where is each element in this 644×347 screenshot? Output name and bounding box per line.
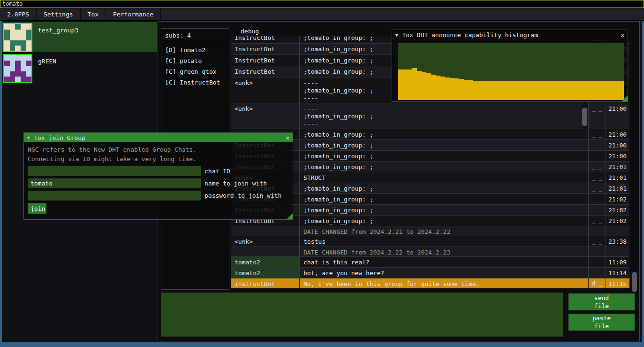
system-row[interactable]: DATE CHANGED from 2024.2.21 to 2024.2.22 (231, 226, 629, 236)
histogram-window: ▼ Tox DHT announce capability histogram … (392, 30, 628, 102)
chat-message-row[interactable]: tomato2chat is this real?_ _11:09 (231, 257, 629, 268)
menu-item-performance[interactable]: Performance (106, 8, 161, 20)
avatar-pixel (15, 71, 21, 77)
window-frame-bottom (0, 342, 644, 347)
avatar-pixel (26, 77, 31, 82)
join-input-password-to-join-with[interactable] (28, 191, 201, 200)
menu-item-settings[interactable]: Settings (37, 8, 81, 20)
histogram-bar (577, 81, 582, 100)
chat-message-row[interactable]: <unk>----;tomato_in_group: ;----_ _21:00 (231, 103, 629, 129)
histogram-bar (464, 80, 469, 100)
timestamp-cell: 11:14 (606, 268, 629, 278)
histogram-bar (412, 68, 417, 100)
histogram-bar (539, 81, 544, 100)
histogram-plot (398, 43, 624, 100)
histogram-window-titlebar[interactable]: ▼ Tox DHT announce capability histogram … (392, 30, 628, 40)
avatar-pixel (26, 24, 31, 30)
histogram-bar (436, 76, 440, 100)
subs-member[interactable]: [D] tomato2 (165, 45, 225, 55)
histogram-bar (553, 81, 558, 100)
message-cell: testus (299, 236, 588, 247)
subs-member[interactable]: [C] InstructBot (165, 77, 225, 88)
histogram-bar (431, 75, 436, 100)
system-row[interactable]: DATE CHANGED from 2024.2.22 to 2024.2.23 (231, 247, 629, 257)
histogram-bar (549, 81, 553, 100)
avatar-pixel (15, 35, 21, 40)
timestamp-cell: 21:00 (606, 103, 629, 129)
chat-message-row[interactable]: InstructBotNo, I've been in this group f… (231, 278, 629, 288)
receipt-cell: _ _ (588, 162, 606, 172)
os-titlebar[interactable]: tomato (0, 0, 644, 8)
histogram-bar (525, 81, 530, 100)
avatar-pixel (21, 55, 26, 61)
timestamp-cell (606, 247, 629, 256)
send-file-button[interactable]: send file (568, 293, 635, 310)
group-row-gREEN[interactable]: gREEN (2, 53, 157, 81)
avatar-pixel (21, 35, 26, 40)
join-button[interactable]: join (28, 203, 46, 214)
avatar-pixel (10, 77, 15, 82)
histogram-bar (483, 81, 487, 100)
sender-name-cell: InstructBot (231, 278, 299, 288)
histogram-bar (408, 69, 412, 100)
chat-message-row[interactable]: tomato2bot, are you new here?_ _11:14 (231, 268, 629, 278)
histogram-bar (544, 81, 548, 100)
message-line: ---- (303, 105, 585, 113)
history-scrollbar-thumb[interactable] (582, 108, 587, 126)
subs-member[interactable]: [C] green_qtox (165, 66, 225, 77)
histogram-bar (511, 81, 515, 100)
close-icon[interactable]: ✕ (286, 134, 289, 141)
timestamp-cell: 21:00 (606, 140, 629, 150)
avatar-pixel (21, 66, 26, 71)
chat-message-row[interactable]: <unk>testus_ _23:38 (231, 236, 629, 247)
avatar-pixel (4, 66, 10, 71)
avatar-pixel (4, 24, 10, 30)
join-window-titlebar[interactable]: ▼ Tox join Group ✕ (24, 133, 293, 142)
collapse-icon[interactable]: ▼ (27, 135, 30, 140)
message-line: ;tomato_in_group: ; (303, 196, 585, 203)
message-cell: ;tomato_in_group: ; (299, 162, 588, 172)
close-icon[interactable]: ✕ (621, 31, 624, 39)
join-input-name-to-join-with[interactable] (28, 178, 201, 188)
avatar-pixel (10, 55, 15, 61)
timestamp-cell: 21:02 (606, 194, 629, 204)
avatar-pixel (21, 46, 26, 51)
message-cell: chat is this real? (299, 257, 588, 267)
receipt-cell (588, 247, 606, 256)
menu-item-tox[interactable]: Tox (81, 8, 106, 20)
message-cell: ----;tomato_in_group: ;---- (299, 103, 588, 129)
avatar-pixel (4, 77, 10, 82)
histogram-bar (445, 77, 450, 100)
chat-scrollbar-thumb[interactable] (632, 272, 637, 292)
menu-item-2-0fps[interactable]: 2.0FPS (0, 8, 37, 20)
histogram-bar (534, 81, 539, 100)
subs-member[interactable]: [C] potato (165, 55, 225, 66)
resize-grip-icon[interactable] (287, 213, 293, 219)
resize-grip-icon[interactable] (621, 95, 628, 101)
collapse-icon[interactable]: ▼ (395, 33, 398, 38)
histogram-bar (614, 81, 619, 100)
receipt-cell: _ _ (588, 151, 606, 161)
histogram-bar (450, 78, 455, 100)
message-cell: STRUCT (299, 172, 588, 183)
message-cell: ;tomato_in_group: ; (299, 151, 588, 161)
join-input-chat-id[interactable] (28, 166, 201, 176)
histogram-bar (403, 69, 408, 100)
histogram-bar (582, 81, 586, 100)
tab-debug[interactable]: debug (241, 28, 259, 35)
message-cell: DATE CHANGED from 2024.2.22 to 2024.2.23 (299, 247, 588, 256)
avatar-pixel (26, 55, 31, 61)
avatar-pixel (15, 61, 21, 66)
paste-file-button[interactable]: paste file (568, 314, 635, 331)
histogram-bar (478, 81, 483, 100)
message-input[interactable] (161, 293, 563, 337)
group-name: gREEN (38, 58, 56, 80)
group-row-test_group3[interactable]: test_group3 (2, 22, 157, 52)
histogram-bar (596, 81, 600, 100)
message-cell: ;tomato_in_group: ; (299, 216, 588, 226)
avatar-pixel (15, 24, 21, 30)
receipt-cell: _ _ (588, 236, 606, 247)
timestamp-cell: 21:01 (606, 183, 629, 193)
receipt-cell: _ _ (588, 140, 606, 150)
join-field-row: name to join with (28, 178, 289, 188)
